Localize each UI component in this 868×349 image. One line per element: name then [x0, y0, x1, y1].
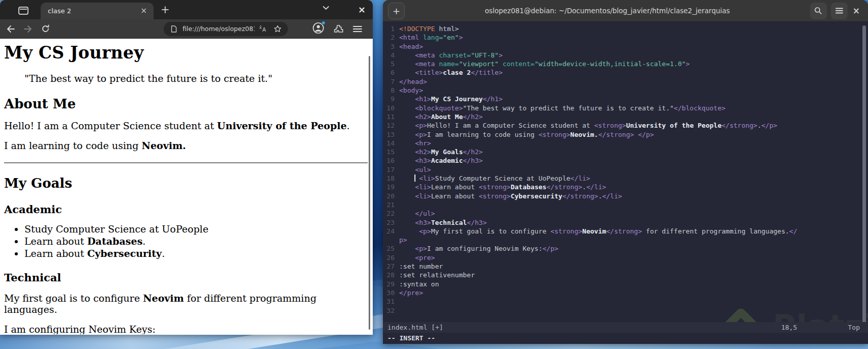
code-line-10: 10 <blockquote>"The best way to predict …: [383, 104, 868, 112]
terminal-search-icon[interactable]: [810, 3, 827, 19]
line-number: 7: [383, 77, 399, 86]
code-line-3: 3<head>: [383, 42, 868, 51]
profile-avatar[interactable]: [312, 22, 324, 36]
line-number: 22: [383, 209, 399, 218]
browser-toolbar: file:///home/oslopez081/Documentos/blog_…: [0, 19, 373, 39]
line-number: 16: [383, 156, 399, 165]
line-number: 10: [383, 104, 399, 112]
line-number: 23: [383, 218, 399, 227]
url-text[interactable]: file:///home/oslopez081/Documentos/blog_…: [183, 25, 255, 33]
svg-text:x̄: x̄: [259, 25, 262, 30]
page-h3-technical: Technical: [4, 271, 368, 284]
line-number: 8: [383, 86, 399, 95]
browser-close-button[interactable]: ×: [358, 5, 366, 14]
code-line-14: 14 <hr>: [383, 139, 868, 148]
back-icon[interactable]: [5, 23, 16, 35]
forward-icon[interactable]: [22, 23, 34, 35]
code-line-25: 25 <p>I am configuring Neovim Keys:</p>: [383, 244, 868, 253]
page-blockquote: "The best way to predict the future is t…: [24, 73, 347, 84]
vim-mode-line: -- INSERT --: [383, 333, 868, 344]
line-number: 32: [383, 306, 399, 315]
code-line-17: 17 <ul>: [383, 165, 868, 174]
line-number: 27: [383, 262, 399, 271]
code-line-28: 28:set relativenumber: [383, 271, 868, 279]
browser-tab[interactable]: clase 2 ×: [41, 3, 154, 19]
line-number: 13: [383, 130, 399, 139]
desktop: clase 2 × + × file:: [0, 0, 868, 349]
line-number: 11: [383, 112, 399, 121]
line-number: 3: [383, 42, 399, 51]
code-line-1: 1<!DOCTYPE html>: [383, 24, 868, 33]
vim-editor[interactable]: Platzi 1<!DOCTYPE html>2<html lang="en">…: [383, 22, 868, 344]
sync-badge: [321, 21, 325, 25]
code-line-24: 24 <p>My first goal is to configure <str…: [383, 227, 868, 236]
code-area[interactable]: 1<!DOCTYPE html>2<html lang="en">3<head>…: [383, 24, 868, 315]
code-line-29: 29:syntax on: [383, 280, 868, 288]
code-line-wrap: p>: [383, 236, 868, 244]
insert-mode-indicator: -- INSERT --: [383, 334, 435, 342]
code-line-18: 18 <li>Study Computer Science at UoPeopl…: [383, 174, 868, 183]
page-h2-about: About Me: [4, 96, 368, 111]
line-number: 21: [383, 200, 399, 209]
chevron-down-icon[interactable]: [320, 2, 332, 13]
terminal-title: oslopez081@debian: ~/Documentos/blog_jav…: [405, 7, 810, 15]
browser-window: clase 2 × + × file:: [0, 0, 373, 335]
line-number: 17: [383, 165, 399, 174]
svg-text:A: A: [262, 27, 266, 33]
code-line-20: 20 <li>Learn about <strong>Cybersecurity…: [383, 192, 868, 200]
page-scrollbar[interactable]: [369, 56, 370, 330]
code-line-27: 27:set number: [383, 262, 868, 271]
line-number: 30: [383, 288, 399, 297]
line-number: 29: [383, 280, 399, 288]
code-line-19: 19 <li>Learn about <strong>Databases</st…: [383, 183, 868, 191]
line-number: 28: [383, 271, 399, 279]
vim-statusline: index.html [+] 18,5 Top: [383, 322, 868, 333]
reload-icon[interactable]: [40, 23, 51, 35]
line-number: 18: [383, 174, 399, 183]
translate-icon[interactable]: x̄A: [258, 23, 269, 35]
code-line-23: 23 <h3>Technical</h3>: [383, 218, 868, 227]
code-line-31: 31: [383, 297, 868, 306]
extensions-icon[interactable]: [333, 23, 344, 35]
code-line-22: 22 </ul>: [383, 209, 868, 218]
url-bar[interactable]: file:///home/oslopez081/Documentos/blog_…: [164, 22, 288, 36]
code-line-2: 2<html lang="en">: [383, 33, 868, 42]
page-h1: My CS Journey: [4, 43, 368, 63]
page-paragraph-goal: My first goal is to configure Neovim for…: [4, 293, 368, 315]
page-paragraph-hello: Hello! I am a Computer Science student a…: [4, 120, 368, 131]
scroll-indicator: Top: [848, 323, 860, 332]
code-line-30: 30</pre>: [383, 288, 868, 297]
code-line-7: 7</head>: [383, 77, 868, 86]
rendered-page: My CS Journey "The best way to predict t…: [0, 39, 373, 334]
code-line-6: 6 <title>clase 2</title>: [383, 68, 868, 77]
terminal-header: + oslopez081@debian: ~/Documentos/blog_j…: [383, 0, 868, 22]
new-tab-button[interactable]: +: [161, 5, 170, 15]
statusline-filename: index.html [+]: [383, 323, 443, 332]
terminal-menu-icon[interactable]: [831, 3, 848, 19]
page-paragraph-keys: I am configuring Neovim Keys:: [4, 324, 368, 334]
line-number: 5: [383, 60, 399, 68]
list-item: Study Computer Science at UoPeople: [24, 223, 368, 235]
line-number: 12: [383, 121, 399, 130]
line-number: 25: [383, 244, 399, 253]
terminal-new-tab-button[interactable]: +: [388, 3, 405, 19]
line-number: 14: [383, 139, 399, 148]
code-line-15: 15 <h2>My Goals</h2>: [383, 148, 868, 156]
page-paragraph-learning: I am learning to code using Neovim.: [4, 140, 368, 151]
tab-title: clase 2: [48, 7, 138, 15]
browser-menu-icon[interactable]: [352, 23, 363, 35]
list-item: Learn about Databases.: [24, 236, 368, 247]
bookmark-star-icon[interactable]: [272, 23, 283, 35]
page-divider: [4, 162, 368, 163]
code-line-13: 13 <p>I am learning to code using <stron…: [383, 130, 868, 139]
terminal-close-button[interactable]: ×: [853, 6, 860, 16]
code-line-32: 32: [383, 306, 868, 315]
line-number: 19: [383, 183, 399, 191]
line-number: 2: [383, 33, 399, 42]
page-h3-academic: Academic: [4, 203, 368, 216]
line-number: 31: [383, 297, 399, 306]
line-number: 6: [383, 68, 399, 77]
tab-close-icon[interactable]: ×: [138, 6, 149, 16]
page-h2-goals: My Goals: [4, 176, 368, 191]
line-number: 9: [383, 95, 399, 103]
